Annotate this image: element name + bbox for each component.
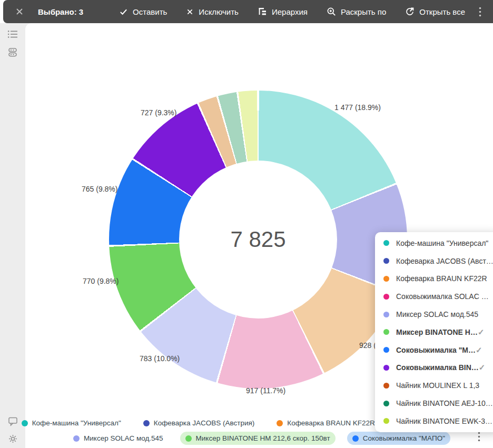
legend-item-label: Кофеварка BRAUN KF22R (287, 419, 375, 427)
slice-label: 727 (9.3%) (141, 108, 176, 117)
hierarchy-button-label: Иерархия (272, 7, 308, 16)
list-view-icon[interactable] (7, 29, 18, 39)
series-color-dot (383, 258, 389, 264)
series-color-dot (383, 240, 389, 246)
check-icon: ✓ (478, 327, 485, 337)
open-all-button-label: Открыть все (419, 7, 465, 16)
legend-item-selected[interactable]: Соковыжималка "МАПО" (347, 432, 450, 445)
menu-item-label: Чайник BINATONE AEJ-10… (396, 399, 493, 407)
menu-item-checked[interactable]: Соковыжималка "М… ✓ (375, 341, 493, 359)
slice-label: 765 (9.8%) (82, 185, 117, 193)
series-color-dot (383, 312, 389, 317)
series-context-menu: Кофе-машина "Универсал" Кофеварка JACOBS… (375, 232, 493, 432)
menu-item[interactable]: Кофеварка BRAUN KF22R (375, 270, 493, 288)
exclude-button-label: Исключить (199, 7, 239, 16)
legend-item-label: Миксер SOLAC мод.545 (84, 434, 163, 442)
slice-label: 917 (11.7%) (246, 386, 285, 395)
exclude-button[interactable]: Исключить (186, 7, 239, 16)
menu-item[interactable]: Кофе-машина "Универсал" (375, 234, 493, 252)
legend-item-label: Кофе-машина "Универсал" (32, 419, 121, 427)
slice-label: 783 (10.0%) (140, 354, 180, 363)
check-icon: ✓ (476, 345, 482, 355)
menu-item[interactable]: Соковыжималка SOLAC … (375, 287, 493, 305)
series-color-dot (383, 294, 389, 300)
keep-button[interactable]: Оставить (119, 7, 167, 16)
legend-dot (143, 420, 150, 426)
toolbar-kebab-icon[interactable] (479, 7, 481, 17)
menu-item-label: Кофеварка JACOBS (Авст… (396, 257, 493, 265)
hierarchy-button[interactable]: Иерархия (258, 7, 308, 16)
menu-item-label: Кофе-машина "Универсал" (396, 239, 488, 247)
check-icon (119, 7, 128, 16)
menu-item[interactable]: Чайник BINATONE EWK-3… (375, 412, 493, 430)
series-color-dot (383, 365, 389, 371)
legend-row-2: Миксер SOLAC мод.545 Миксер BINATONE HM … (68, 432, 450, 445)
legend-item-label: Соковыжималка "МАПО" (363, 434, 445, 442)
series-color-dot (383, 276, 389, 282)
close-icon[interactable] (15, 7, 24, 16)
series-color-dot (383, 347, 389, 353)
legend-item-label: Миксер BINATONE HM 212,6 скор. 150вт (196, 434, 330, 442)
legend-dot (352, 435, 359, 442)
series-color-dot (383, 329, 389, 335)
selection-toolbar: Выбрано: 3 Оставить Исключить И (3, 0, 493, 23)
legend-dot (277, 420, 283, 426)
drill-button[interactable]: Раскрыть по (327, 7, 386, 16)
menu-item-checked[interactable]: Миксер BINATONE H… ✓ (375, 323, 493, 341)
gear-icon[interactable] (8, 434, 18, 444)
series-color-dot (383, 401, 389, 406)
menu-item-label: Миксер BINATONE H… (396, 328, 478, 336)
keep-button-label: Оставить (133, 7, 167, 16)
legend-kebab-icon[interactable] (478, 432, 480, 442)
slice-label: 1 477 (18.9%) (334, 103, 381, 112)
menu-item-label: Кофеварка BRAUN KF22R (396, 274, 487, 283)
open-all-icon (405, 7, 415, 16)
menu-item-label: Соковыжималка BIN… (396, 363, 479, 372)
slice-label: 770 (9.8%) (83, 277, 119, 285)
hierarchy-icon (258, 7, 267, 16)
legend-dot (185, 435, 192, 442)
legend-item[interactable]: Кофеварка BRAUN KF22R (271, 416, 380, 430)
legend-dot (73, 435, 80, 442)
toolbar-buttons: Оставить Исключить Иерархия (119, 7, 465, 16)
menu-item[interactable]: Чайник MOULINEX L 1,3 (375, 376, 493, 394)
menu-item-label: Чайник BINATONE EWK-3… (396, 417, 492, 425)
legend-item[interactable]: Миксер SOLAC мод.545 (68, 432, 169, 445)
menu-item[interactable]: Чайник BINATONE AEJ-10… (375, 394, 493, 412)
menu-item[interactable]: Миксер SOLAC мод.545 (375, 305, 493, 323)
legend-dot (22, 420, 28, 426)
menu-item-label: Соковыжималка "М… (396, 346, 476, 354)
selection-count-label: Выбрано: 3 (38, 7, 83, 16)
series-color-dot (383, 418, 389, 424)
menu-item-label: Соковыжималка SOLAC … (396, 292, 489, 301)
menu-item-label: Чайник MOULINEX L 1,3 (396, 381, 479, 390)
open-all-button[interactable]: Открыть все (405, 7, 465, 16)
widgets-view-icon[interactable] (8, 47, 17, 57)
drill-button-label: Раскрыть по (341, 7, 386, 16)
series-color-dot (383, 383, 389, 389)
check-icon: ✓ (479, 363, 486, 372)
legend-item-label: Кофеварка JACOBS (Австрия) (154, 419, 255, 427)
legend-item[interactable]: Кофеварка JACOBS (Австрия) (138, 416, 260, 430)
menu-item-label: Миксер SOLAC мод.545 (396, 310, 478, 318)
zoom-in-icon (327, 7, 336, 16)
legend-item[interactable]: Кофе-машина "Универсал" (16, 416, 126, 430)
menu-item-checked[interactable]: Соковыжималка BIN… ✓ (375, 359, 493, 377)
legend-item-selected[interactable]: Миксер BINATONE HM 212,6 скор. 150вт (180, 432, 336, 445)
menu-item[interactable]: Кофеварка JACOBS (Авст… (375, 252, 493, 270)
x-icon (186, 8, 194, 16)
